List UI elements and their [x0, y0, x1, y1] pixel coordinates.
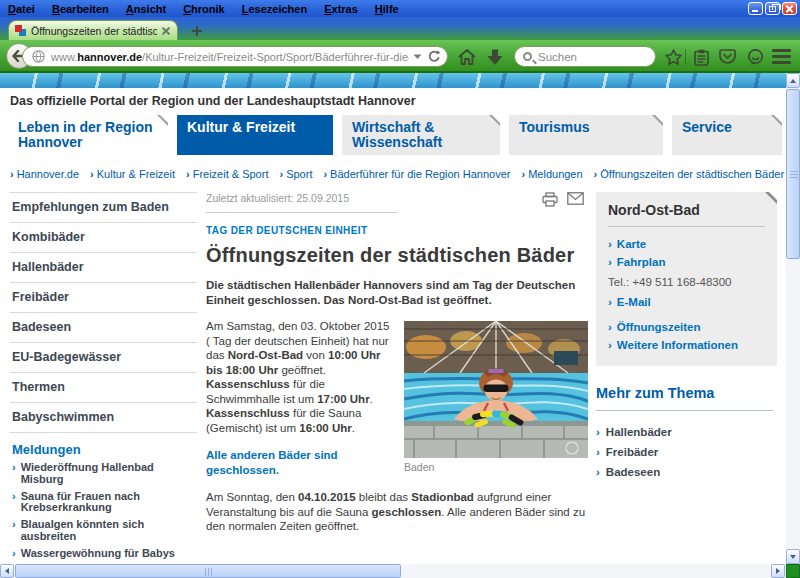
- breadcrumb-item[interactable]: Freizeit & Sport: [186, 168, 268, 180]
- vertical-scrollbar-thumb[interactable]: [786, 89, 800, 259]
- news-link[interactable]: ›Wassergewöhnung für Babys: [10, 548, 197, 560]
- news-link[interactable]: ›Wiederöffnung Hallenbad Misburg: [10, 462, 197, 486]
- menu-bearbeiten[interactable]: Bearbeiten: [52, 3, 109, 15]
- chevron-up-icon: [790, 79, 796, 83]
- home-icon: [458, 49, 476, 65]
- hello-chat-button[interactable]: [744, 46, 766, 68]
- bookmark-button[interactable]: [662, 46, 684, 68]
- breadcrumb-item[interactable]: Öffnungszeiten der städtischen Bäder: [594, 168, 785, 180]
- email-link[interactable]: ›E-Mail: [608, 293, 765, 311]
- article: Zuletzt aktualisiert: 25.09.2015: [197, 192, 588, 564]
- image-caption: Baden: [404, 458, 588, 473]
- news-link[interactable]: ›Sauna für Frauen nach Krebserkrankung: [10, 491, 197, 515]
- url-domain: hannover.de: [77, 51, 142, 63]
- menu-hamburger-icon[interactable]: [772, 49, 791, 64]
- download-arrow-icon: [487, 49, 503, 66]
- breadcrumb-item[interactable]: Meldungen: [522, 168, 583, 180]
- breadcrumb-item[interactable]: Hannover.de: [10, 168, 79, 180]
- restore-icon: [769, 6, 776, 12]
- chevron-right-icon: ›: [12, 519, 16, 543]
- url-dropdown-icon[interactable]: [413, 54, 422, 60]
- more-hallenbaeder-link[interactable]: ›Hallenbäder: [596, 422, 773, 442]
- scrollbar-corner: [786, 564, 800, 578]
- contact-box-title: Nord-Ost-Bad: [608, 202, 765, 227]
- sidebar-item-empfehlungen[interactable]: Empfehlungen zum Baden: [10, 192, 197, 223]
- url-bar[interactable]: www.hannover.de/Kultur-Freizeit/Freizeit…: [22, 46, 448, 67]
- close-button[interactable]: [782, 2, 797, 15]
- tab-strip: Öffnungszeiten der städtisch...: [0, 17, 800, 40]
- breadcrumb-item[interactable]: Bäderführer für die Region Hannover: [323, 168, 510, 180]
- browser-tab[interactable]: Öffnungszeiten der städtisch...: [8, 20, 178, 40]
- menu-lesezeichen[interactable]: Lesezeichen: [242, 3, 307, 15]
- pocket-icon: [719, 49, 736, 65]
- sidebar-item-thermen[interactable]: Thermen: [10, 373, 197, 403]
- breadcrumb-item[interactable]: Sport: [279, 168, 312, 180]
- search-input[interactable]: [538, 51, 638, 63]
- sidebar-item-freibaeder[interactable]: Freibäder: [10, 283, 197, 313]
- horizontal-scrollbar-thumb[interactable]: [15, 564, 401, 578]
- oeffnungszeiten-link[interactable]: ›Öffnungszeiten: [608, 318, 765, 336]
- nav-tab-leben[interactable]: Leben in der Region Hannover: [8, 115, 168, 155]
- site-tagline: Das offizielle Portal der Region und der…: [0, 88, 786, 113]
- search-box[interactable]: [514, 46, 656, 67]
- sidebar-item-kombibaeder[interactable]: Kombibäder: [10, 223, 197, 253]
- news-link[interactable]: ›Blaualgen könnten sich ausbreiten: [10, 519, 197, 543]
- bookmarks-menu-button[interactable]: [690, 46, 712, 68]
- nav-tab-service[interactable]: Service: [672, 115, 782, 155]
- nav-tab-tourismus[interactable]: Tourismus: [509, 115, 663, 155]
- chevron-right-icon: ›: [596, 426, 600, 438]
- more-section-title: Mehr zum Thema: [596, 385, 773, 411]
- downloads-button[interactable]: [484, 46, 506, 68]
- chevron-right-icon: [776, 568, 780, 574]
- breadcrumb-item[interactable]: Kultur & Freizeit: [90, 168, 175, 180]
- menu-ansicht[interactable]: Ansicht: [126, 3, 166, 15]
- vertical-scrollbar[interactable]: [786, 73, 800, 564]
- email-icon[interactable]: [567, 192, 584, 205]
- karte-link[interactable]: ›Karte: [608, 235, 765, 253]
- reload-icon[interactable]: [428, 50, 441, 63]
- nav-tab-wirtschaft[interactable]: Wirtschaft & Wissenschaft: [342, 115, 500, 155]
- article-figure: Baden: [404, 321, 588, 473]
- sidebar-item-badeseen[interactable]: Badeseen: [10, 313, 197, 343]
- hannover-favicon-icon: [15, 25, 26, 36]
- chevron-right-icon: ›: [596, 446, 600, 458]
- page-title: Öffnungszeiten der städtischen Bäder: [206, 244, 588, 267]
- sidebar-item-babyschwimmen[interactable]: Babyschwimmen: [10, 403, 197, 433]
- sidebar-item-hallenbaeder[interactable]: Hallenbäder: [10, 253, 197, 283]
- pocket-button[interactable]: [716, 46, 738, 68]
- menu-extras[interactable]: Extras: [324, 3, 358, 15]
- home-button[interactable]: [456, 46, 478, 68]
- last-updated: Zuletzt aktualisiert: 25.09.2015: [206, 192, 349, 204]
- print-icon[interactable]: [542, 192, 558, 207]
- tab-close-icon[interactable]: [161, 26, 171, 36]
- chevron-right-icon: ›: [608, 339, 612, 351]
- more-section: Mehr zum Thema ›Hallenbäder ›Freibäder ›…: [596, 385, 777, 482]
- restore-button[interactable]: [765, 2, 780, 15]
- menu-chronik[interactable]: Chronik: [183, 3, 225, 15]
- nav-tab-kultur-freizeit[interactable]: Kultur & Freizeit: [177, 115, 333, 155]
- phone-number: Tel.: +49 511 168-48300: [608, 271, 765, 293]
- article-kicker: TAG DER DEUTSCHEN EINHEIT: [206, 225, 588, 236]
- new-tab-button[interactable]: [190, 25, 204, 37]
- chevron-right-icon: ›: [12, 462, 16, 486]
- chevron-right-icon: ›: [596, 466, 600, 478]
- sidebar-item-eu-badegewaesser[interactable]: EU-Badegewässer: [10, 343, 197, 373]
- more-freibaeder-link[interactable]: ›Freibäder: [596, 442, 773, 462]
- scroll-left-button[interactable]: [0, 564, 14, 578]
- menu-hilfe[interactable]: Hilfe: [375, 3, 399, 15]
- menu-datei[interactable]: Datei: [8, 3, 35, 15]
- sidebar-section-meldungen[interactable]: Meldungen: [10, 433, 197, 462]
- horizontal-scrollbar[interactable]: [0, 564, 786, 578]
- chevron-right-icon: ›: [608, 296, 612, 308]
- scroll-up-button[interactable]: [786, 73, 800, 88]
- chevron-down-icon: [790, 555, 796, 559]
- navigation-toolbar: www.hannover.de/Kultur-Freizeit/Freizeit…: [0, 40, 800, 73]
- article-lead: Die städtischen Hallenbäder Hannovers si…: [206, 278, 584, 308]
- scroll-down-button[interactable]: [786, 549, 800, 564]
- sidebar: Empfehlungen zum Baden Kombibäder Hallen…: [0, 192, 197, 564]
- weitere-informationen-link[interactable]: ›Weitere Informationen: [608, 336, 765, 354]
- minimize-button[interactable]: [748, 2, 763, 15]
- scroll-right-button[interactable]: [771, 564, 785, 578]
- more-badeseen-link[interactable]: ›Badeseen: [596, 462, 773, 482]
- fahrplan-link[interactable]: ›Fahrplan: [608, 253, 765, 271]
